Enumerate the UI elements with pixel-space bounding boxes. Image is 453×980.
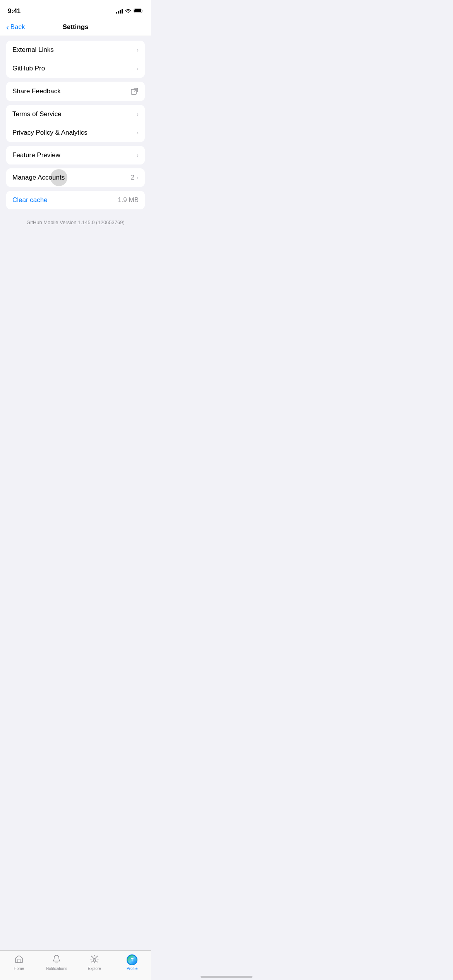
accounts-section: Manage Accounts 2 › bbox=[0, 168, 151, 187]
privacy-policy-label: Privacy Policy & Analytics bbox=[12, 129, 88, 137]
cache-group: Clear cache 1.9 MB bbox=[6, 191, 145, 209]
page-title: Settings bbox=[62, 23, 88, 31]
share-feedback-label: Share Feedback bbox=[12, 87, 61, 95]
links-group: External Links › GitHub Pro › bbox=[6, 41, 145, 78]
cache-section: Clear cache 1.9 MB bbox=[0, 191, 151, 209]
status-time: 9:41 bbox=[8, 7, 21, 15]
terms-of-service-item[interactable]: Terms of Service › bbox=[6, 105, 145, 123]
version-text: GitHub Mobile Version 1.145.0 (120653769… bbox=[0, 213, 151, 233]
feature-section: Feature Preview › bbox=[0, 146, 151, 164]
privacy-policy-item[interactable]: Privacy Policy & Analytics › bbox=[6, 123, 145, 142]
back-button[interactable]: ‹ Back bbox=[6, 23, 25, 31]
clear-cache-size: 1.9 MB bbox=[118, 196, 139, 204]
back-label: Back bbox=[10, 23, 25, 31]
settings-content: External Links › GitHub Pro › Share Feed… bbox=[0, 36, 151, 269]
feature-preview-item[interactable]: Feature Preview › bbox=[6, 146, 145, 164]
clear-cache-label: Clear cache bbox=[12, 196, 48, 204]
feature-preview-label: Feature Preview bbox=[12, 151, 60, 159]
wifi-icon bbox=[125, 8, 131, 15]
external-links-item[interactable]: External Links › bbox=[6, 41, 145, 59]
share-feedback-external-icon bbox=[130, 87, 139, 96]
legal-group: Terms of Service › Privacy Policy & Anal… bbox=[6, 105, 145, 142]
external-links-label: External Links bbox=[12, 46, 54, 54]
feedback-group: Share Feedback bbox=[6, 82, 145, 101]
share-feedback-item[interactable]: Share Feedback bbox=[6, 82, 145, 101]
nav-bar: ‹ Back Settings bbox=[0, 19, 151, 36]
signal-icon bbox=[116, 9, 123, 14]
feature-preview-chevron-icon: › bbox=[137, 152, 139, 158]
github-pro-label: GitHub Pro bbox=[12, 65, 45, 72]
github-pro-item[interactable]: GitHub Pro › bbox=[6, 59, 145, 78]
back-chevron-icon: ‹ bbox=[6, 23, 9, 31]
status-bar: 9:41 bbox=[0, 0, 151, 19]
manage-accounts-chevron-icon: › bbox=[137, 175, 139, 181]
status-icons bbox=[116, 8, 143, 15]
manage-accounts-label: Manage Accounts bbox=[12, 174, 65, 182]
accounts-group: Manage Accounts 2 › bbox=[6, 168, 145, 187]
terms-chevron-icon: › bbox=[137, 111, 139, 117]
svg-rect-1 bbox=[134, 9, 141, 12]
manage-accounts-value: 2 bbox=[131, 174, 134, 182]
external-links-chevron-icon: › bbox=[137, 47, 139, 53]
battery-icon bbox=[134, 8, 143, 15]
github-pro-chevron-icon: › bbox=[137, 65, 139, 72]
clear-cache-item[interactable]: Clear cache 1.9 MB bbox=[6, 191, 145, 209]
manage-accounts-item[interactable]: Manage Accounts 2 › bbox=[6, 168, 145, 187]
feedback-section: Share Feedback bbox=[0, 82, 151, 101]
feature-group: Feature Preview › bbox=[6, 146, 145, 164]
legal-section: Terms of Service › Privacy Policy & Anal… bbox=[0, 105, 151, 142]
privacy-chevron-icon: › bbox=[137, 130, 139, 136]
terms-of-service-label: Terms of Service bbox=[12, 110, 62, 118]
links-section: External Links › GitHub Pro › bbox=[0, 41, 151, 78]
